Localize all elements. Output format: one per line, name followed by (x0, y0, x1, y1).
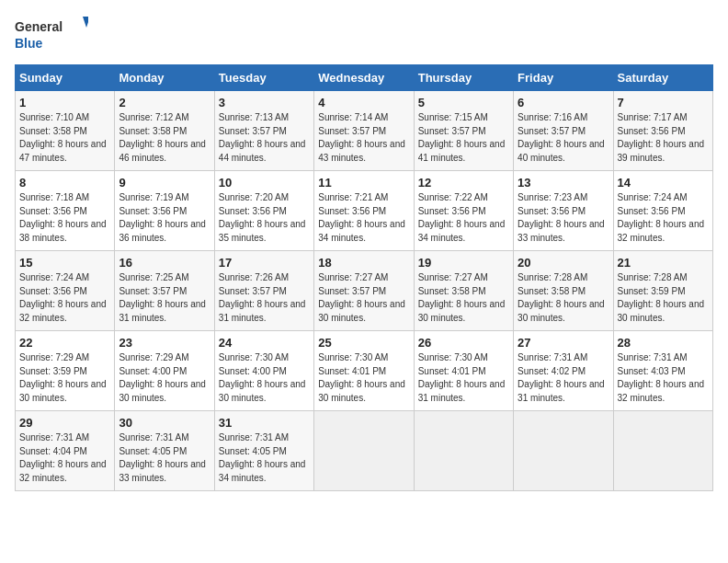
svg-marker-2 (83, 17, 88, 28)
day-number: 31 (219, 416, 310, 430)
day-number: 20 (518, 256, 609, 270)
calendar-cell: 24Sunrise: 7:30 AMSunset: 4:00 PMDayligh… (214, 331, 313, 411)
day-number: 12 (418, 176, 509, 190)
day-info: Sunrise: 7:14 AMSunset: 3:57 PMDaylight:… (318, 112, 405, 163)
day-info: Sunrise: 7:31 AMSunset: 4:03 PMDaylight:… (618, 352, 705, 403)
day-number: 18 (318, 256, 409, 270)
day-number: 30 (119, 416, 210, 430)
day-number: 16 (119, 256, 210, 270)
col-header-tuesday: Tuesday (214, 65, 313, 91)
calendar-cell: 21Sunrise: 7:28 AMSunset: 3:59 PMDayligh… (613, 251, 712, 331)
calendar-cell: 27Sunrise: 7:31 AMSunset: 4:02 PMDayligh… (514, 331, 613, 411)
day-info: Sunrise: 7:19 AMSunset: 3:56 PMDaylight:… (119, 192, 206, 243)
calendar-cell: 28Sunrise: 7:31 AMSunset: 4:03 PMDayligh… (613, 331, 712, 411)
day-info: Sunrise: 7:10 AMSunset: 3:58 PMDaylight:… (19, 112, 107, 163)
day-info: Sunrise: 7:30 AMSunset: 4:01 PMDaylight:… (418, 352, 506, 403)
calendar-cell: 25Sunrise: 7:30 AMSunset: 4:01 PMDayligh… (314, 331, 414, 411)
day-number: 29 (19, 416, 110, 430)
svg-text:General: General (15, 19, 63, 34)
calendar-cell: 26Sunrise: 7:30 AMSunset: 4:01 PMDayligh… (414, 331, 513, 411)
day-number: 7 (618, 96, 709, 109)
day-info: Sunrise: 7:30 AMSunset: 4:01 PMDaylight:… (318, 352, 405, 403)
calendar-cell: 8Sunrise: 7:18 AMSunset: 3:56 PMDaylight… (16, 171, 115, 251)
day-info: Sunrise: 7:29 AMSunset: 3:59 PMDaylight:… (19, 352, 107, 403)
day-number: 27 (518, 336, 609, 350)
day-number: 6 (518, 96, 609, 109)
logo-svg: General Blue (15, 15, 88, 55)
calendar-cell: 10Sunrise: 7:20 AMSunset: 3:56 PMDayligh… (214, 171, 313, 251)
day-info: Sunrise: 7:24 AMSunset: 3:56 PMDaylight:… (19, 272, 107, 323)
calendar-cell: 3Sunrise: 7:13 AMSunset: 3:57 PMDaylight… (214, 91, 313, 171)
calendar-cell: 6Sunrise: 7:16 AMSunset: 3:57 PMDaylight… (514, 91, 613, 171)
day-info: Sunrise: 7:15 AMSunset: 3:57 PMDaylight:… (418, 112, 506, 163)
calendar-cell: 31Sunrise: 7:31 AMSunset: 4:05 PMDayligh… (214, 411, 313, 491)
day-info: Sunrise: 7:23 AMSunset: 3:56 PMDaylight:… (518, 192, 605, 243)
calendar-cell: 30Sunrise: 7:31 AMSunset: 4:05 PMDayligh… (115, 411, 214, 491)
calendar-cell: 13Sunrise: 7:23 AMSunset: 3:56 PMDayligh… (514, 171, 613, 251)
day-info: Sunrise: 7:31 AMSunset: 4:05 PMDaylight:… (119, 432, 206, 483)
day-number: 15 (19, 256, 110, 270)
col-header-monday: Monday (115, 65, 214, 91)
day-number: 11 (318, 176, 409, 190)
day-info: Sunrise: 7:24 AMSunset: 3:56 PMDaylight:… (618, 192, 705, 243)
day-info: Sunrise: 7:17 AMSunset: 3:56 PMDaylight:… (618, 112, 705, 163)
day-number: 8 (19, 176, 110, 190)
day-number: 24 (219, 336, 310, 350)
svg-text:Blue: Blue (15, 36, 43, 51)
calendar-cell: 20Sunrise: 7:28 AMSunset: 3:58 PMDayligh… (514, 251, 613, 331)
day-number: 13 (518, 176, 609, 190)
day-number: 1 (19, 96, 110, 109)
calendar-cell: 17Sunrise: 7:26 AMSunset: 3:57 PMDayligh… (214, 251, 313, 331)
day-info: Sunrise: 7:28 AMSunset: 3:58 PMDaylight:… (518, 272, 605, 323)
day-info: Sunrise: 7:31 AMSunset: 4:05 PMDaylight:… (219, 432, 306, 483)
day-info: Sunrise: 7:30 AMSunset: 4:00 PMDaylight:… (219, 352, 306, 403)
logo: General Blue (15, 15, 88, 55)
day-number: 14 (618, 176, 709, 190)
day-info: Sunrise: 7:26 AMSunset: 3:57 PMDaylight:… (219, 272, 306, 323)
calendar-cell: 15Sunrise: 7:24 AMSunset: 3:56 PMDayligh… (16, 251, 115, 331)
calendar-cell (514, 411, 613, 491)
day-number: 3 (219, 96, 310, 109)
calendar-cell (414, 411, 513, 491)
col-header-friday: Friday (514, 65, 613, 91)
calendar-cell: 5Sunrise: 7:15 AMSunset: 3:57 PMDaylight… (414, 91, 513, 171)
calendar-cell: 23Sunrise: 7:29 AMSunset: 4:00 PMDayligh… (115, 331, 214, 411)
calendar-cell: 7Sunrise: 7:17 AMSunset: 3:56 PMDaylight… (613, 91, 712, 171)
calendar-cell: 1Sunrise: 7:10 AMSunset: 3:58 PMDaylight… (16, 91, 115, 171)
day-info: Sunrise: 7:21 AMSunset: 3:56 PMDaylight:… (318, 192, 405, 243)
col-header-saturday: Saturday (613, 65, 712, 91)
day-number: 28 (618, 336, 709, 350)
day-number: 23 (119, 336, 210, 350)
calendar-cell: 22Sunrise: 7:29 AMSunset: 3:59 PMDayligh… (16, 331, 115, 411)
day-info: Sunrise: 7:27 AMSunset: 3:58 PMDaylight:… (418, 272, 506, 323)
calendar-cell: 9Sunrise: 7:19 AMSunset: 3:56 PMDaylight… (115, 171, 214, 251)
col-header-thursday: Thursday (414, 65, 513, 91)
day-info: Sunrise: 7:22 AMSunset: 3:56 PMDaylight:… (418, 192, 506, 243)
day-info: Sunrise: 7:12 AMSunset: 3:58 PMDaylight:… (119, 112, 206, 163)
day-number: 21 (618, 256, 709, 270)
day-number: 25 (318, 336, 409, 350)
calendar-cell: 16Sunrise: 7:25 AMSunset: 3:57 PMDayligh… (115, 251, 214, 331)
calendar-cell: 14Sunrise: 7:24 AMSunset: 3:56 PMDayligh… (613, 171, 712, 251)
calendar-cell (314, 411, 414, 491)
day-info: Sunrise: 7:25 AMSunset: 3:57 PMDaylight:… (119, 272, 206, 323)
day-info: Sunrise: 7:20 AMSunset: 3:56 PMDaylight:… (219, 192, 306, 243)
day-info: Sunrise: 7:13 AMSunset: 3:57 PMDaylight:… (219, 112, 306, 163)
day-number: 2 (119, 96, 210, 109)
day-info: Sunrise: 7:31 AMSunset: 4:02 PMDaylight:… (518, 352, 605, 403)
day-number: 17 (219, 256, 310, 270)
calendar-cell (613, 411, 712, 491)
day-info: Sunrise: 7:18 AMSunset: 3:56 PMDaylight:… (19, 192, 107, 243)
day-number: 10 (219, 176, 310, 190)
page-header: General Blue (15, 15, 713, 55)
day-number: 9 (119, 176, 210, 190)
calendar-cell: 29Sunrise: 7:31 AMSunset: 4:04 PMDayligh… (16, 411, 115, 491)
day-info: Sunrise: 7:28 AMSunset: 3:59 PMDaylight:… (618, 272, 705, 323)
day-info: Sunrise: 7:31 AMSunset: 4:04 PMDaylight:… (19, 432, 107, 483)
calendar-cell: 18Sunrise: 7:27 AMSunset: 3:57 PMDayligh… (314, 251, 414, 331)
day-info: Sunrise: 7:29 AMSunset: 4:00 PMDaylight:… (119, 352, 206, 403)
col-header-sunday: Sunday (16, 65, 115, 91)
day-number: 22 (19, 336, 110, 350)
day-number: 4 (318, 96, 409, 109)
col-header-wednesday: Wednesday (314, 65, 414, 91)
